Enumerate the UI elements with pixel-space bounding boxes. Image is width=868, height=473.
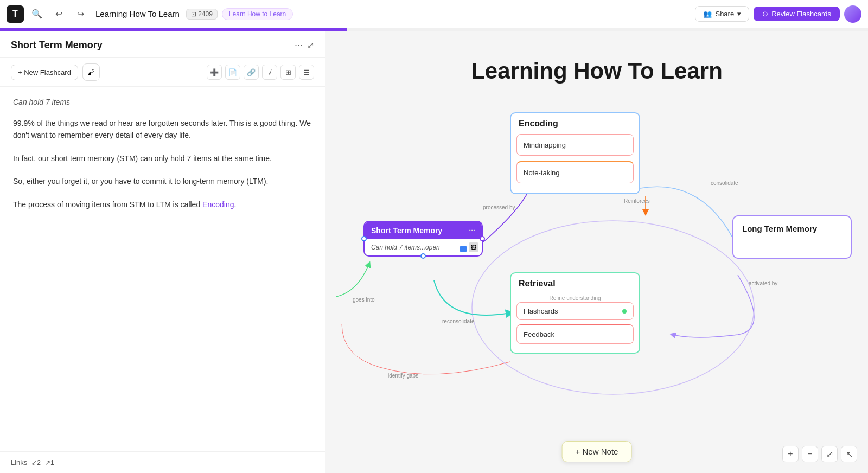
undo-button[interactable]: ↩	[50, 5, 67, 23]
label-consolidate: consolidate	[711, 180, 738, 186]
stm-more-button[interactable]: ···	[469, 226, 475, 235]
encoding-node[interactable]: Encoding Mindmapping Note-taking	[510, 112, 640, 194]
panel-footer: Links ↙2 ↗1	[0, 451, 325, 473]
bottom-bar: + New Note	[562, 441, 632, 462]
review-flashcards-button[interactable]: ⊙ Review Flashcards	[754, 7, 840, 21]
stm-node[interactable]: Short Term Memory ··· Can hold 7 items..…	[363, 221, 483, 257]
list-toolbar-button[interactable]: ☰	[299, 65, 314, 80]
share-icon: 👥	[703, 10, 712, 18]
search-button[interactable]: 🔍	[28, 5, 46, 23]
paint-button[interactable]: 🖌	[82, 63, 100, 81]
ltm-node[interactable]: Long Term Memory	[732, 215, 852, 259]
stm-conn-left	[361, 236, 367, 241]
panel-content: Can hold 7 items 99.9% of the things we …	[0, 87, 325, 451]
links-in-badge: ↙2	[31, 459, 41, 466]
notetaking-node[interactable]: Note-taking	[516, 161, 634, 183]
flashcard-icon: ⊙	[762, 10, 768, 18]
document-title: Learning How To Learn	[95, 9, 180, 18]
notetaking-label: Note-taking	[524, 169, 559, 177]
paragraph-2: In fact, our short term memory (STM) can…	[13, 152, 312, 164]
new-flashcard-button[interactable]: + New Flashcard	[11, 65, 78, 80]
topbar: T 🔍 ↩ ↪ Learning How To Learn ⊡ 2409 Lea…	[0, 0, 868, 28]
links-out-badge: ↗1	[45, 459, 54, 466]
document-toolbar-button[interactable]: 📄	[225, 65, 240, 80]
paragraph-4: The process of moving items from STM to …	[13, 199, 312, 210]
doc-tag[interactable]: Learn How to Learn	[222, 8, 293, 20]
formula-toolbar-button[interactable]: √	[262, 65, 277, 80]
panel-title: Short Term Memory	[11, 40, 103, 51]
paragraph-1: 99.9% of the things we read or hear are …	[13, 117, 312, 142]
fit-screen-button[interactable]: ⤢	[821, 446, 838, 462]
mindmapping-node[interactable]: Mindmapping	[516, 134, 634, 156]
label-reinforces: Reinforces	[624, 198, 650, 204]
refine-label: Refine understanding	[511, 294, 639, 302]
panel-header: Short Term Memory ··· ⤢	[0, 31, 325, 58]
label-identify-gaps: identify gaps	[388, 373, 418, 379]
retrieval-node[interactable]: Retrieval Refine understanding Flashcard…	[510, 272, 640, 354]
add-toolbar-button[interactable]: ➕	[207, 65, 222, 80]
table-toolbar-button[interactable]: ⊞	[280, 65, 296, 80]
paragraph-3: So, either you forget it, or you have to…	[13, 175, 312, 187]
zoom-out-button[interactable]: −	[802, 446, 818, 462]
left-panel: Short Term Memory ··· ⤢ + New Flashcard …	[0, 31, 326, 473]
label-processed-by: processed by	[483, 204, 515, 210]
stm-image-icon[interactable]: 🖼	[469, 242, 478, 252]
zoom-in-button[interactable]: +	[782, 446, 799, 462]
panel-toolbar: + New Flashcard 🖌 ➕ 📄 🔗 √ ⊞ ☰	[0, 58, 325, 87]
mindmapping-label: Mindmapping	[524, 141, 566, 149]
more-options-button[interactable]: ···	[295, 40, 303, 51]
link-toolbar-button[interactable]: 🔗	[244, 65, 259, 80]
new-note-button[interactable]: + New Note	[562, 441, 632, 462]
panel-header-actions: ··· ⤢	[295, 40, 314, 51]
stm-conn-right	[480, 236, 485, 241]
canvas-area[interactable]: Learning How To Learn	[326, 31, 868, 473]
flashcards-label: Flashcards	[524, 307, 558, 315]
share-button[interactable]: 👥 Share ▾	[695, 6, 749, 22]
stm-title: Short Term Memory	[371, 226, 442, 235]
ltm-title: Long Term Memory	[733, 216, 851, 241]
doc-badge[interactable]: ⊡ 2409	[186, 9, 218, 20]
green-indicator	[622, 309, 627, 314]
encoding-node-title: Encoding	[511, 113, 639, 134]
stm-node-header: Short Term Memory ···	[365, 222, 482, 239]
canvas-title: Learning How To Learn	[326, 58, 868, 84]
label-activated-by: activated by	[749, 280, 777, 286]
zoom-controls: + − ⤢ ↖	[782, 446, 857, 462]
avatar[interactable]	[844, 5, 861, 23]
app-logo[interactable]: T	[7, 5, 24, 23]
redo-button[interactable]: ↪	[72, 5, 89, 23]
stm-square-blue	[460, 246, 467, 252]
chevron-down-icon: ▾	[737, 10, 741, 18]
main-layout: Short Term Memory ··· ⤢ + New Flashcard …	[0, 31, 868, 473]
expand-button[interactable]: ⤢	[307, 40, 314, 50]
encoding-link[interactable]: Encoding	[202, 200, 234, 209]
toolbar-right: ➕ 📄 🔗 √ ⊞ ☰	[207, 65, 314, 80]
can-hold-text: Can hold 7 items	[13, 98, 312, 106]
label-reconsolidate: reconsolidate	[442, 318, 474, 324]
stm-conn-bottom	[420, 253, 426, 259]
retrieval-title: Retrieval	[511, 273, 639, 294]
label-goes-into: goes into	[353, 297, 375, 303]
cursor-mode-button[interactable]: ↖	[841, 446, 857, 462]
feedback-label: Feedback	[524, 330, 554, 338]
flashcards-node[interactable]: Flashcards	[516, 302, 634, 320]
feedback-node[interactable]: Feedback	[516, 324, 634, 344]
links-label[interactable]: Links	[11, 458, 27, 466]
